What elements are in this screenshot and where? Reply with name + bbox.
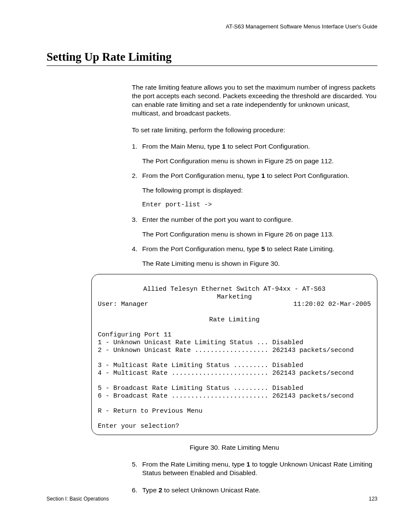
step-1-sub: The Port Configuration menu is shown in …: [142, 157, 377, 165]
step-text: Type 2 to select Unknown Unicast Rate.: [142, 486, 377, 495]
terminal-timestamp: 11:20:02 02-Mar-2005: [293, 301, 371, 308]
step-3: 3. Enter the number of the port you want…: [132, 215, 377, 224]
terminal-menu-title: Rate Limiting: [98, 316, 371, 324]
step-number: 6.: [132, 486, 142, 495]
step-2-sub1: The following prompt is displayed:: [142, 186, 377, 195]
terminal-opt-5: 5 - Broadcast Rate Limiting Status .....…: [98, 385, 371, 392]
terminal-prompt: Enter your selection?: [98, 423, 371, 430]
step-6: 6. Type 2 to select Unknown Unicast Rate…: [132, 486, 377, 495]
page-header: AT-S63 Management Software Menus Interfa…: [47, 23, 377, 30]
terminal-config: Configuring Port 11: [98, 331, 371, 339]
step-number: 3.: [132, 215, 142, 224]
step-5: 5. From the Rate Limiting menu, type 1 t…: [132, 460, 377, 477]
page-footer: Section I: Basic Operations 123: [47, 496, 377, 502]
section-title: Setting Up Rate Limiting: [47, 50, 377, 66]
step-number: 5.: [132, 460, 142, 477]
footer-page-number: 123: [369, 496, 377, 502]
step-number: 4.: [132, 245, 142, 253]
step-text: Enter the number of the port you want to…: [142, 215, 377, 224]
step-3-sub: The Port Configuration menu is shown in …: [142, 230, 377, 239]
terminal-opt-1: 1 - Unknown Unicast Rate Limiting Status…: [98, 339, 371, 347]
terminal-opt-4: 4 - Multicast Rate .....................…: [98, 370, 371, 377]
step-4-sub: The Rate Limiting menu is shown in Figur…: [142, 259, 377, 268]
figure-caption: Figure 30. Rate Limiting Menu: [91, 444, 377, 451]
terminal-opt-r: R - Return to Previous Menu: [98, 408, 371, 415]
step-2-prompt: Enter port-list ->: [142, 201, 377, 209]
footer-section: Section I: Basic Operations: [47, 496, 109, 502]
terminal-user: User: Manager: [98, 301, 148, 308]
step-4: 4. From the Port Configuration menu, typ…: [132, 245, 377, 253]
step-1: 1. From the Main Menu, type 1 to select …: [132, 142, 377, 151]
terminal-opt-2: 2 - Unknown Unicast Rate ...............…: [98, 347, 371, 355]
terminal-title-1: Allied Telesyn Ethernet Switch AT-94xx -…: [98, 286, 371, 293]
terminal-opt-3: 3 - Multicast Rate Limiting Status .....…: [98, 362, 371, 370]
step-text: From the Port Configuration menu, type 5…: [142, 245, 377, 253]
terminal-screen: Allied Telesyn Ethernet Switch AT-94xx -…: [91, 274, 377, 435]
terminal-title-2: Marketing: [98, 293, 371, 301]
step-number: 2.: [132, 171, 142, 180]
step-text: From the Port Configuration menu, type 1…: [142, 171, 377, 180]
intro-paragraph: The rate limiting feature allows you to …: [132, 83, 377, 118]
lead-paragraph: To set rate limiting, perform the follow…: [132, 126, 377, 134]
terminal-opt-6: 6 - Broadcast Rate .....................…: [98, 392, 371, 400]
step-text: From the Rate Limiting menu, type 1 to t…: [142, 460, 377, 477]
step-text: From the Main Menu, type 1 to select Por…: [142, 142, 377, 151]
step-number: 1.: [132, 142, 142, 151]
step-2: 2. From the Port Configuration menu, typ…: [132, 171, 377, 180]
